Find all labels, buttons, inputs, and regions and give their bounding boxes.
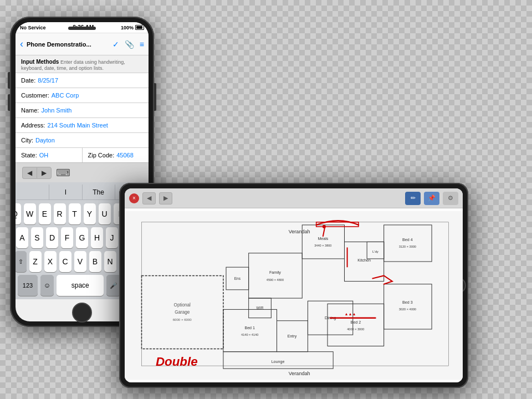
forward-arrow-icon: ▶ [163,195,168,202]
svg-text:Bed 2: Bed 2 [351,320,361,325]
svg-text:Garage: Garage [175,310,190,315]
svg-text:Entry: Entry [288,334,297,339]
carrier-label: No Service [20,25,46,30]
svg-text:Lounge: Lounge [272,360,285,364]
key-s[interactable]: S [31,227,43,248]
next-button[interactable]: ▶ [37,167,52,179]
key-e[interactable]: E [39,203,51,224]
home-button[interactable] [72,303,92,323]
volume-down-button[interactable] [8,94,10,111]
prev-icon: ◀ [27,169,32,177]
back-button[interactable]: ‹ [20,38,23,50]
svg-text:Bed 4: Bed 4 [402,238,413,242]
pencil-icon: ✏ [411,195,416,202]
prev-button[interactable]: ◀ [22,167,37,179]
form-toolbar: ◀ ▶ ⌨ [16,162,149,182]
svg-text:Ens: Ens [234,277,241,280]
key-f[interactable]: F [61,227,73,248]
date-row[interactable]: Date: 8/25/17 [16,73,149,88]
customer-label: Customer: [21,92,49,99]
key-r[interactable]: R [54,203,66,224]
emoji-key[interactable]: ☺ [40,275,54,296]
state-label: State: [21,152,37,158]
form-section-header: Input Methods Enter data using handwriti… [16,55,149,73]
svg-text:Verandah: Verandah [289,371,310,376]
next-icon: ▶ [42,169,47,177]
key-t[interactable]: T [69,203,81,224]
tablet-screen: × ◀ ▶ ✏ 📌 ⚙ [125,188,463,382]
key-d[interactable]: D [46,227,58,248]
settings-tool-button[interactable]: ⚙ [443,192,458,205]
tablet-landscape: × ◀ ▶ ✏ 📌 ⚙ [119,183,468,388]
svg-text:Bed 1: Bed 1 [244,326,255,330]
key-b[interactable]: B [89,251,101,272]
svg-text:3440 × 3800: 3440 × 3800 [314,244,331,247]
prediction-2[interactable]: The [83,185,115,200]
svg-text:6000 × 6000: 6000 × 6000 [173,318,192,321]
key-c[interactable]: C [59,251,71,272]
date-label: Date: [21,77,35,84]
power-button[interactable] [154,83,156,111]
floorplan-svg: Verandah Meals 3440 × 3800 Bed 4 3120 × … [125,208,463,382]
name-row[interactable]: Name: John Smith [16,103,149,117]
name-value: John Smith [41,107,71,114]
key-y[interactable]: Y [84,203,96,224]
speaker [68,27,96,30]
volume-up-button[interactable] [8,72,10,89]
name-label: Name: [21,107,39,114]
prediction-left[interactable] [17,185,49,200]
forward-nav-button[interactable]: ▶ [159,192,172,204]
prediction-1[interactable]: I [49,185,82,200]
key-j[interactable]: J [106,227,118,248]
gear-icon: ⚙ [448,195,453,202]
state-zip-row: State: OH Zip Code: 45068 [16,147,149,162]
keyboard-toggle-button[interactable]: ⌨ [56,167,70,179]
customer-row[interactable]: Customer: ABC Corp [16,88,149,103]
customer-value: ABC Corp [52,92,79,99]
key-n[interactable]: N [104,251,116,272]
shift-key[interactable]: ⇧ [16,251,27,272]
address-row[interactable]: Address: 214 South Main Street [16,117,149,132]
back-nav-button[interactable]: ◀ [142,192,156,204]
paperclip-icon[interactable]: 📎 [125,40,134,49]
close-icon: × [132,195,136,201]
close-button[interactable]: × [129,193,139,203]
key-q[interactable]: Q [16,203,21,224]
checkmark-icon[interactable]: ✓ [112,40,119,49]
num-key[interactable]: 123 [18,275,38,296]
date-value: 8/25/17 [38,77,58,84]
state-half[interactable]: State: OH [16,147,83,162]
battery-percent: 100% [121,25,134,30]
svg-text:4590 × 4800: 4590 × 4800 [267,278,284,282]
svg-text:3020 × 4000: 3020 × 4000 [399,308,416,311]
city-value: Dayton [35,137,55,144]
battery-icon [135,25,144,30]
key-x[interactable]: X [44,251,57,272]
tablet-tool-buttons: ✏ 📌 ⚙ [405,192,458,205]
svg-text:Verandah: Verandah [289,229,310,234]
key-g[interactable]: G [76,227,88,248]
key-h[interactable]: H [91,227,103,248]
address-label: Address: [21,122,45,129]
key-a[interactable]: A [16,227,28,248]
key-v[interactable]: V [74,251,86,272]
key-w[interactable]: W [24,203,36,224]
zip-label: Zip Code: [88,152,115,158]
pin-tool-button[interactable]: 📌 [424,192,439,205]
svg-text:4140 × 4140: 4140 × 4140 [241,333,258,336]
city-row[interactable]: City: Dayton [16,132,149,147]
pin-icon: 📌 [428,195,436,202]
svg-text:Family: Family [269,270,281,275]
space-key[interactable]: space [57,275,104,296]
svg-text:Optional: Optional [174,303,191,308]
key-z[interactable]: Z [29,251,42,272]
zip-half[interactable]: Zip Code: 45068 [83,147,149,162]
address-value: 214 South Main Street [47,122,108,129]
city-label: City: [21,137,33,144]
key-u[interactable]: U [99,203,111,224]
draw-tool-button[interactable]: ✏ [405,192,421,205]
menu-icon[interactable]: ≡ [140,40,144,49]
floorplan-area: Verandah Meals 3440 × 3800 Bed 4 3120 × … [125,208,463,382]
back-arrow-icon: ◀ [147,195,151,202]
tablet-toolbar: × ◀ ▶ ✏ 📌 ⚙ [125,188,463,208]
